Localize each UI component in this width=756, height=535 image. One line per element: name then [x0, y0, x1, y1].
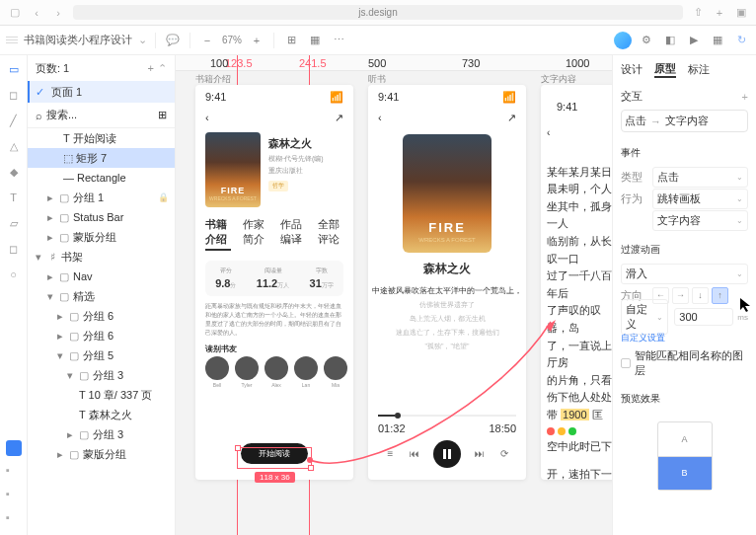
layer-row[interactable]: ▸▢Nav	[28, 267, 175, 286]
align-icon[interactable]: ⊞	[282, 32, 300, 49]
pause-button[interactable]	[433, 440, 461, 468]
custom-settings-link[interactable]: 自定义设置	[621, 328, 748, 348]
next-icon[interactable]: ⏭	[474, 448, 486, 460]
play-icon[interactable]: ▶	[685, 32, 703, 49]
app-toolbar: 书籍阅读类小程序设计 ⌄ 💬 − 67% + ⊞ ▦ ⋯ ⚙ ◧ ▶ ▦ ↻	[0, 26, 756, 55]
sidebar-icon[interactable]: ▢	[8, 6, 22, 20]
pages-header: 页数: 1 + ⌃	[28, 55, 175, 81]
easing-field[interactable]: 自定义⌄ 300ms	[621, 306, 748, 328]
dir-down[interactable]: ↓	[692, 287, 709, 304]
page-item[interactable]: ✓ 页面 1	[28, 81, 175, 103]
plus-icon[interactable]: +	[713, 6, 726, 20]
collapse-icon[interactable]: ⌃	[158, 62, 167, 75]
layer-row[interactable]: — Rectangle	[28, 168, 175, 188]
component-tool[interactable]: ◻	[6, 241, 22, 257]
more-icon[interactable]: ⋯	[330, 32, 347, 49]
vector-tool[interactable]: ◆	[6, 164, 22, 180]
pages-label: 页数: 1	[36, 61, 69, 76]
add-interaction-icon[interactable]: +	[742, 91, 748, 103]
layer-search[interactable]: ⌕ 搜索... ⊞	[28, 103, 175, 128]
start-reading-button[interactable]: 开始阅读	[241, 443, 308, 464]
target-field[interactable]: 文字内容⌄	[621, 209, 748, 231]
share-icon[interactable]: ⇧	[691, 6, 705, 20]
layer-row[interactable]: ▸▢分组 6	[28, 326, 175, 345]
users-icon[interactable]: ◧	[661, 32, 679, 49]
layer-row[interactable]: ▸▢分组 1🔒	[28, 188, 175, 207]
canvas[interactable]: 123.5 241.5 100 500 730 1000 书籍介绍 听书 文字内…	[176, 55, 612, 535]
settings-icon[interactable]: ⚙	[638, 32, 655, 49]
layer-row[interactable]: ▾▢精选	[28, 286, 175, 306]
content-tabs[interactable]: 书籍介绍作家简介作品编译全部评论	[195, 213, 353, 255]
text-tool[interactable]: T	[6, 190, 22, 205]
grid-icon[interactable]: ▦	[709, 32, 726, 49]
prev-icon[interactable]: ⏮	[409, 448, 420, 460]
zoom-out-icon[interactable]: −	[198, 32, 216, 49]
layers-tab-icon[interactable]	[6, 440, 22, 456]
fwd-icon[interactable]: ›	[51, 6, 65, 20]
refresh-icon[interactable]: ↻	[732, 32, 750, 49]
animation-type-field[interactable]: 滑入⌄	[621, 263, 748, 284]
layer-row[interactable]: ▸▢分组 6	[28, 306, 175, 326]
interaction-item[interactable]: 点击→文字内容	[621, 110, 748, 132]
layer-row[interactable]: ▸▢分组 3	[28, 424, 175, 444]
back-icon[interactable]: ‹	[205, 112, 209, 124]
layer-row-selected[interactable]: ⬚ 矩形 7	[28, 148, 175, 168]
layer-row[interactable]: T 10 章/ 337 页	[28, 385, 175, 405]
zoom-level[interactable]: 67%	[222, 35, 242, 45]
share-icon[interactable]: ↗	[507, 112, 516, 124]
layer-row[interactable]: T 开始阅读	[28, 128, 175, 148]
audio-player[interactable]: 01:3218:50 ≡ ⏮ ⏭ ⟳	[368, 415, 526, 468]
artboard-book-intro[interactable]: 9:41📶 ‹↗ FIREWRECKS A FOREST 森林之火 模糊·代号先…	[195, 85, 353, 480]
trigger-type-field[interactable]: 类型点击⌄	[621, 166, 748, 188]
tab-prototype[interactable]: 原型	[654, 61, 676, 78]
comment-tool[interactable]: ○	[6, 267, 22, 282]
dimension-badge: 118 x 36	[255, 472, 295, 483]
lib-tab-icon[interactable]: ▪	[6, 488, 22, 503]
document-title[interactable]: 书籍阅读类小程序设计	[24, 33, 132, 47]
layer-row[interactable]: ▸▢蒙版分组	[28, 227, 175, 247]
duration-input[interactable]: 300	[674, 308, 733, 326]
dir-right[interactable]: →	[672, 287, 689, 304]
assets-tab-icon[interactable]: ▪	[6, 464, 22, 480]
layer-row[interactable]: ▸▢Status Bar	[28, 207, 175, 227]
speed-icon[interactable]: ⟳	[498, 448, 510, 460]
chevron-down-icon[interactable]: ⌄	[138, 34, 147, 46]
move-tool[interactable]: ▭	[6, 61, 22, 77]
book-description: 距离暴动家族与既有规矩和秩序的年末大，年轻速血和他的家人逃亡南方的一个小岛上。年…	[195, 302, 353, 338]
history-tab-icon[interactable]: ▪	[6, 511, 22, 527]
menu-icon[interactable]	[6, 37, 18, 43]
dir-up[interactable]: ↑	[712, 287, 728, 304]
event-section: 事件	[621, 140, 748, 166]
inspector-tabs[interactable]: 设计 原型 标注	[621, 55, 748, 83]
tab-design[interactable]: 设计	[621, 62, 643, 77]
tab-inspect[interactable]: 标注	[688, 62, 710, 77]
back-icon[interactable]: ‹	[30, 6, 43, 20]
playlist-icon[interactable]: ≡	[384, 448, 396, 460]
image-tool[interactable]: ▱	[6, 215, 22, 231]
artboard-audio[interactable]: 9:41📶 ‹↗ FIREWRECKS A FOREST 森林之火 中途被风暴吹…	[368, 85, 526, 480]
large-cover: FIREWRECKS A FOREST	[403, 134, 491, 253]
layer-row[interactable]: ▾▢分组 5	[28, 345, 175, 365]
action-field[interactable]: 行为跳转画板⌄	[621, 188, 748, 209]
back-icon[interactable]: ‹	[378, 112, 382, 124]
artboard-text[interactable]: 9:41 ‹ ⟐ 某年某月某日晨未明，个人坐其中，孤身一人临别前，从长叹一口过了…	[541, 85, 612, 480]
share-icon[interactable]: ↗	[335, 112, 343, 124]
filter-icon[interactable]: ⊞	[158, 109, 167, 121]
add-page-icon[interactable]: +	[148, 62, 154, 74]
layer-row[interactable]: ▾♯书架	[28, 247, 175, 267]
user-avatar[interactable]	[614, 32, 632, 49]
zoom-in-icon[interactable]: +	[248, 32, 265, 49]
layer-row[interactable]: ▸▢蒙版分组	[28, 444, 175, 464]
pen-tool[interactable]: △	[6, 138, 22, 154]
frame-tool[interactable]: ◻	[6, 87, 22, 103]
tabs-icon[interactable]: ▣	[734, 6, 748, 20]
layer-row[interactable]: ▾▢分组 3	[28, 365, 175, 385]
smart-animate-checkbox[interactable]: 智能匹配相同名称的图层	[621, 348, 748, 378]
animation-section: 过渡动画	[621, 237, 748, 263]
back-icon[interactable]: ‹	[547, 125, 612, 141]
line-tool[interactable]: ╱	[6, 113, 22, 128]
url-bar[interactable]: js.design	[73, 5, 683, 20]
comment-icon[interactable]: 💬	[164, 32, 182, 49]
layer-row[interactable]: T 森林之火	[28, 405, 175, 424]
stack-icon[interactable]: ▦	[306, 32, 324, 49]
